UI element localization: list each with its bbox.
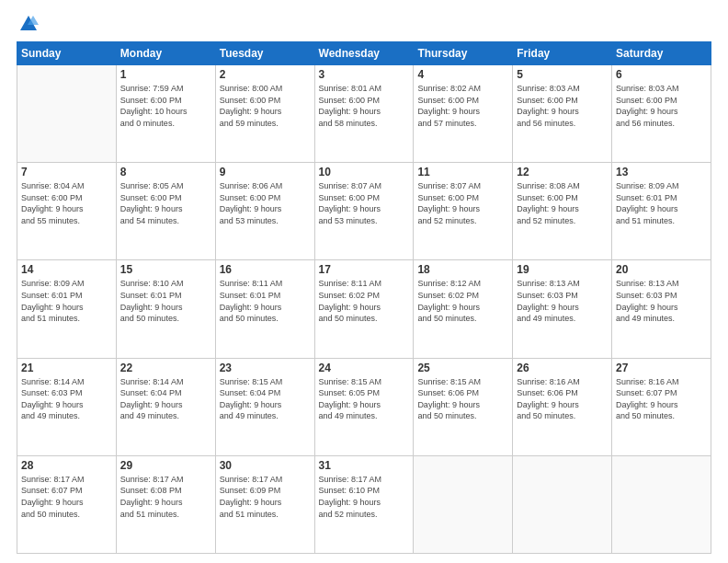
weekday-header-tuesday: Tuesday bbox=[215, 42, 314, 65]
day-number: 18 bbox=[417, 263, 508, 276]
calendar-cell: 16Sunrise: 8:11 AM Sunset: 6:01 PM Dayli… bbox=[215, 260, 314, 358]
day-info: Sunrise: 8:07 AM Sunset: 6:00 PM Dayligh… bbox=[417, 180, 508, 226]
day-number: 6 bbox=[616, 68, 707, 81]
calendar-cell: 21Sunrise: 8:14 AM Sunset: 6:03 PM Dayli… bbox=[17, 358, 117, 455]
calendar-cell: 26Sunrise: 8:16 AM Sunset: 6:06 PM Dayli… bbox=[513, 358, 612, 455]
calendar-cell: 13Sunrise: 8:09 AM Sunset: 6:01 PM Dayli… bbox=[612, 163, 711, 260]
weekday-header-thursday: Thursday bbox=[414, 42, 513, 65]
weekday-header-friday: Friday bbox=[513, 42, 612, 65]
day-number: 10 bbox=[319, 166, 410, 178]
weekday-header-row: SundayMondayTuesdayWednesdayThursdayFrid… bbox=[17, 42, 711, 65]
day-number: 29 bbox=[120, 459, 211, 472]
calendar-cell: 25Sunrise: 8:15 AM Sunset: 6:06 PM Dayli… bbox=[414, 358, 513, 455]
day-number: 4 bbox=[417, 68, 508, 81]
day-info: Sunrise: 8:11 AM Sunset: 6:01 PM Dayligh… bbox=[220, 278, 311, 324]
day-number: 14 bbox=[21, 263, 112, 276]
day-info: Sunrise: 8:17 AM Sunset: 6:07 PM Dayligh… bbox=[21, 474, 112, 520]
calendar-week-row: 14Sunrise: 8:09 AM Sunset: 6:01 PM Dayli… bbox=[17, 260, 711, 358]
weekday-header-sunday: Sunday bbox=[17, 42, 117, 65]
day-number: 27 bbox=[616, 362, 707, 374]
calendar-week-row: 7Sunrise: 8:04 AM Sunset: 6:00 PM Daylig… bbox=[17, 163, 711, 260]
day-info: Sunrise: 8:03 AM Sunset: 6:00 PM Dayligh… bbox=[517, 83, 608, 129]
calendar-cell: 11Sunrise: 8:07 AM Sunset: 6:00 PM Dayli… bbox=[414, 163, 513, 260]
day-info: Sunrise: 8:06 AM Sunset: 6:00 PM Dayligh… bbox=[220, 180, 311, 226]
calendar-cell: 24Sunrise: 8:15 AM Sunset: 6:05 PM Dayli… bbox=[314, 358, 414, 455]
calendar-cell: 14Sunrise: 8:09 AM Sunset: 6:01 PM Dayli… bbox=[17, 260, 117, 358]
day-number: 25 bbox=[417, 362, 508, 374]
day-info: Sunrise: 8:00 AM Sunset: 6:00 PM Dayligh… bbox=[220, 83, 311, 129]
day-info: Sunrise: 8:01 AM Sunset: 6:00 PM Dayligh… bbox=[319, 83, 410, 129]
calendar-cell: 2Sunrise: 8:00 AM Sunset: 6:00 PM Daylig… bbox=[215, 65, 314, 163]
day-number: 21 bbox=[21, 362, 112, 374]
day-number: 11 bbox=[417, 166, 508, 178]
calendar-cell: 31Sunrise: 8:17 AM Sunset: 6:10 PM Dayli… bbox=[314, 455, 414, 553]
weekday-header-saturday: Saturday bbox=[612, 42, 711, 65]
calendar-cell: 27Sunrise: 8:16 AM Sunset: 6:07 PM Dayli… bbox=[612, 358, 711, 455]
day-number: 1 bbox=[120, 68, 211, 81]
calendar-cell bbox=[414, 455, 513, 553]
day-info: Sunrise: 8:16 AM Sunset: 6:06 PM Dayligh… bbox=[517, 376, 608, 422]
calendar-week-row: 28Sunrise: 8:17 AM Sunset: 6:07 PM Dayli… bbox=[17, 455, 711, 553]
day-info: Sunrise: 8:05 AM Sunset: 6:00 PM Dayligh… bbox=[120, 180, 211, 226]
day-number: 30 bbox=[220, 459, 311, 472]
day-info: Sunrise: 8:14 AM Sunset: 6:04 PM Dayligh… bbox=[120, 376, 211, 422]
day-number: 22 bbox=[120, 362, 211, 374]
calendar-cell bbox=[17, 65, 117, 163]
day-info: Sunrise: 8:09 AM Sunset: 6:01 PM Dayligh… bbox=[616, 180, 707, 226]
day-info: Sunrise: 8:15 AM Sunset: 6:06 PM Dayligh… bbox=[417, 376, 508, 422]
day-number: 24 bbox=[319, 362, 410, 374]
day-number: 5 bbox=[517, 68, 608, 81]
calendar-cell: 18Sunrise: 8:12 AM Sunset: 6:02 PM Dayli… bbox=[414, 260, 513, 358]
calendar-table: SundayMondayTuesdayWednesdayThursdayFrid… bbox=[17, 41, 711, 554]
calendar-cell: 10Sunrise: 8:07 AM Sunset: 6:00 PM Dayli… bbox=[314, 163, 414, 260]
day-info: Sunrise: 8:13 AM Sunset: 6:03 PM Dayligh… bbox=[517, 278, 608, 324]
day-info: Sunrise: 8:16 AM Sunset: 6:07 PM Dayligh… bbox=[616, 376, 707, 422]
day-number: 7 bbox=[21, 166, 112, 178]
day-number: 3 bbox=[319, 68, 410, 81]
calendar-cell: 3Sunrise: 8:01 AM Sunset: 6:00 PM Daylig… bbox=[314, 65, 414, 163]
calendar-cell: 12Sunrise: 8:08 AM Sunset: 6:00 PM Dayli… bbox=[513, 163, 612, 260]
day-number: 8 bbox=[120, 166, 211, 178]
day-info: Sunrise: 8:15 AM Sunset: 6:04 PM Dayligh… bbox=[220, 376, 311, 422]
day-info: Sunrise: 8:13 AM Sunset: 6:03 PM Dayligh… bbox=[616, 278, 707, 324]
day-info: Sunrise: 8:02 AM Sunset: 6:00 PM Dayligh… bbox=[417, 83, 508, 129]
day-number: 26 bbox=[517, 362, 608, 374]
calendar-cell: 22Sunrise: 8:14 AM Sunset: 6:04 PM Dayli… bbox=[116, 358, 215, 455]
day-info: Sunrise: 8:15 AM Sunset: 6:05 PM Dayligh… bbox=[319, 376, 410, 422]
calendar-cell bbox=[612, 455, 711, 553]
logo-icon bbox=[18, 14, 39, 34]
calendar-cell: 15Sunrise: 8:10 AM Sunset: 6:01 PM Dayli… bbox=[116, 260, 215, 358]
day-info: Sunrise: 7:59 AM Sunset: 6:00 PM Dayligh… bbox=[120, 83, 211, 129]
day-number: 20 bbox=[616, 263, 707, 276]
day-number: 2 bbox=[220, 68, 311, 81]
calendar-cell: 17Sunrise: 8:11 AM Sunset: 6:02 PM Dayli… bbox=[314, 260, 414, 358]
day-info: Sunrise: 8:12 AM Sunset: 6:02 PM Dayligh… bbox=[417, 278, 508, 324]
day-info: Sunrise: 8:03 AM Sunset: 6:00 PM Dayligh… bbox=[616, 83, 707, 129]
day-number: 17 bbox=[319, 263, 410, 276]
day-info: Sunrise: 8:07 AM Sunset: 6:00 PM Dayligh… bbox=[319, 180, 410, 226]
day-number: 31 bbox=[319, 459, 410, 472]
calendar-cell: 19Sunrise: 8:13 AM Sunset: 6:03 PM Dayli… bbox=[513, 260, 612, 358]
logo bbox=[17, 14, 39, 34]
day-number: 15 bbox=[120, 263, 211, 276]
calendar-cell: 6Sunrise: 8:03 AM Sunset: 6:00 PM Daylig… bbox=[612, 65, 711, 163]
page: SundayMondayTuesdayWednesdayThursdayFrid… bbox=[0, 0, 728, 563]
day-info: Sunrise: 8:17 AM Sunset: 6:09 PM Dayligh… bbox=[220, 474, 311, 520]
day-info: Sunrise: 8:14 AM Sunset: 6:03 PM Dayligh… bbox=[21, 376, 112, 422]
day-info: Sunrise: 8:10 AM Sunset: 6:01 PM Dayligh… bbox=[120, 278, 211, 324]
header bbox=[17, 14, 711, 34]
calendar-week-row: 21Sunrise: 8:14 AM Sunset: 6:03 PM Dayli… bbox=[17, 358, 711, 455]
day-info: Sunrise: 8:09 AM Sunset: 6:01 PM Dayligh… bbox=[21, 278, 112, 324]
day-number: 23 bbox=[220, 362, 311, 374]
weekday-header-wednesday: Wednesday bbox=[314, 42, 414, 65]
calendar-cell: 30Sunrise: 8:17 AM Sunset: 6:09 PM Dayli… bbox=[215, 455, 314, 553]
day-number: 16 bbox=[220, 263, 311, 276]
day-number: 13 bbox=[616, 166, 707, 178]
day-number: 19 bbox=[517, 263, 608, 276]
day-number: 12 bbox=[517, 166, 608, 178]
calendar-cell: 1Sunrise: 7:59 AM Sunset: 6:00 PM Daylig… bbox=[116, 65, 215, 163]
calendar-cell bbox=[513, 455, 612, 553]
day-info: Sunrise: 8:08 AM Sunset: 6:00 PM Dayligh… bbox=[517, 180, 608, 226]
day-info: Sunrise: 8:11 AM Sunset: 6:02 PM Dayligh… bbox=[319, 278, 410, 324]
calendar-cell: 28Sunrise: 8:17 AM Sunset: 6:07 PM Dayli… bbox=[17, 455, 117, 553]
